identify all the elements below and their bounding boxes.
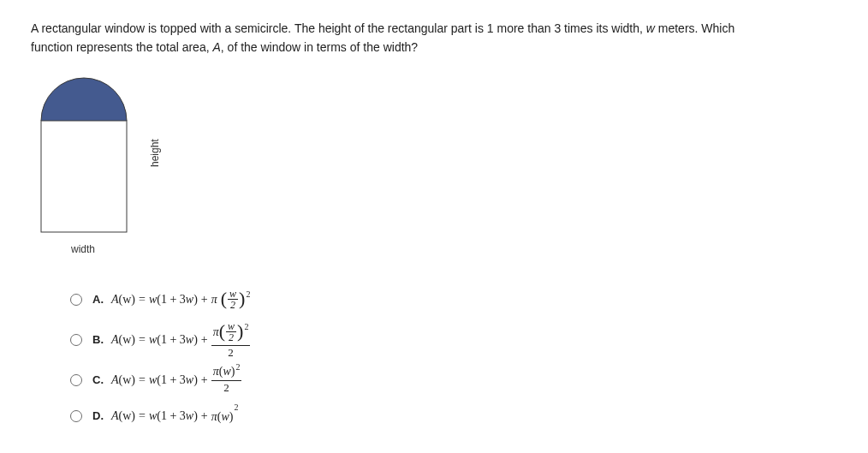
question-line1a: A rectangular window is topped with a se… (31, 21, 646, 35)
radio-icon[interactable] (70, 294, 82, 306)
choice-letter-a: A. (92, 293, 111, 306)
choice-letter-b: B. (92, 333, 111, 346)
choice-letter-c: C. (92, 373, 111, 386)
question-line2a: function represents the total area, (31, 40, 212, 54)
choices-group: A. A(w) = w(1 + 3w) + π ( w2 ) 2 B. A(w)… (70, 285, 837, 431)
variable-w: w (646, 21, 655, 35)
radio-icon[interactable] (70, 374, 82, 386)
window-shape-icon (36, 73, 147, 240)
choice-b[interactable]: B. A(w) = w(1 + 3w) + π ( w2 ) 2 2 (70, 321, 837, 359)
question-text: A rectangular window is topped with a se… (31, 19, 837, 57)
question-line2b: , of the window in terms of the width? (221, 40, 418, 54)
radio-icon[interactable] (70, 410, 82, 422)
choice-a[interactable]: A. A(w) = w(1 + 3w) + π ( w2 ) 2 (70, 285, 837, 314)
choice-c[interactable]: C. A(w) = w(1 + 3w) + π(w)2 2 (70, 366, 837, 395)
height-label: height (149, 139, 161, 167)
window-figure: height width (36, 73, 173, 261)
formula-b: A(w) = w(1 + 3w) + π ( w2 ) 2 2 (111, 321, 250, 359)
question-line1b: meters. Which (655, 21, 734, 35)
svg-rect-0 (41, 121, 127, 232)
choice-letter-d: D. (92, 409, 111, 422)
width-label: width (36, 243, 130, 255)
formula-c: A(w) = w(1 + 3w) + π(w)2 2 (111, 366, 241, 393)
variable-A: A (212, 40, 220, 54)
formula-d: A(w) = w(1 + 3w) + π(w)2 (111, 408, 238, 424)
formula-a: A(w) = w(1 + 3w) + π ( w2 ) 2 (111, 289, 250, 311)
choice-d[interactable]: D. A(w) = w(1 + 3w) + π(w)2 (70, 402, 837, 431)
radio-icon[interactable] (70, 334, 82, 346)
